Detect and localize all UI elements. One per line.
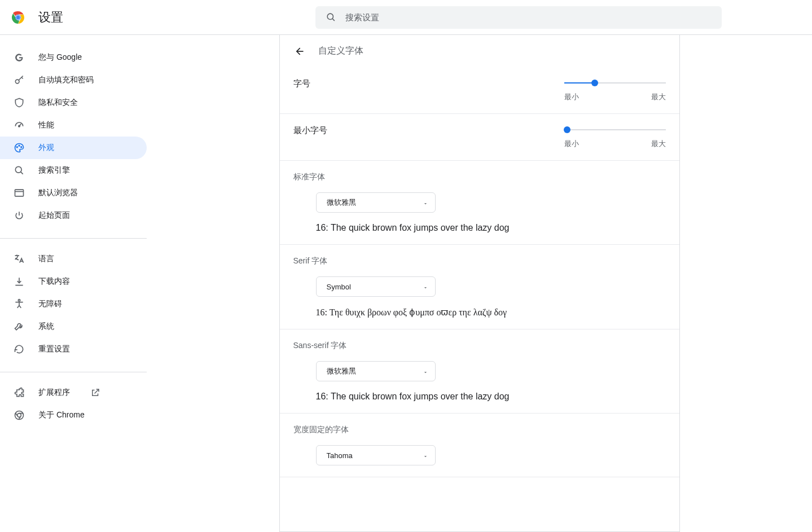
nav-divider bbox=[0, 238, 147, 239]
sidebar-item-speedometer[interactable]: 性能 bbox=[0, 114, 147, 137]
svg-line-12 bbox=[21, 172, 23, 174]
card-title: 自定义字体 bbox=[318, 45, 363, 57]
chevron-down-icon bbox=[423, 284, 428, 289]
sidebar-item-palette[interactable]: 外观 bbox=[0, 137, 147, 159]
puzzle-icon bbox=[14, 387, 25, 398]
sidebar-item-download[interactable]: 下载内容 bbox=[0, 270, 147, 293]
search-icon bbox=[14, 165, 25, 176]
sidebar-item-label: 隐私和安全 bbox=[38, 98, 78, 108]
font-sample: 16: The quick brown fox jumps over the l… bbox=[316, 223, 666, 233]
search-box[interactable] bbox=[315, 6, 722, 29]
sidebar-item-key[interactable]: 自动填充和密码 bbox=[0, 69, 147, 91]
font-select-value: Tahoma bbox=[327, 451, 353, 460]
external-link-icon bbox=[90, 388, 100, 398]
settings-card: 自定义字体 字号 最小 最大 最小字号 bbox=[279, 35, 680, 532]
min-font-size-slider[interactable]: 最小 最大 bbox=[564, 125, 666, 149]
font-section-label: 宽度固定的字体 bbox=[293, 425, 666, 435]
font-section: Serif 字体Symbol16: Τηε θυιχκ βροων φοξ ϕυ… bbox=[280, 245, 679, 329]
svg-rect-13 bbox=[15, 190, 24, 196]
svg-point-8 bbox=[16, 147, 17, 148]
app-header: 设置 bbox=[0, 0, 812, 35]
slider-thumb[interactable] bbox=[591, 80, 598, 86]
sidebar-item-wrench[interactable]: 系统 bbox=[0, 315, 147, 338]
sidebar-item-accessibility[interactable]: 无障碍 bbox=[0, 293, 147, 315]
chevron-down-icon bbox=[423, 368, 428, 374]
slider-min-label: 最小 bbox=[564, 92, 579, 102]
svg-point-9 bbox=[19, 145, 20, 146]
sidebar-item-label: 重置设置 bbox=[38, 344, 70, 354]
svg-point-15 bbox=[18, 300, 20, 301]
nav-divider bbox=[0, 372, 147, 372]
card-header: 自定义字体 bbox=[280, 35, 679, 67]
font-size-label: 字号 bbox=[293, 78, 310, 89]
slider-thumb[interactable] bbox=[564, 126, 570, 133]
svg-point-4 bbox=[327, 14, 333, 19]
sidebar-item-label: 关于 Chrome bbox=[38, 410, 85, 420]
sidebar-item-label: 您与 Google bbox=[38, 52, 82, 63]
chrome-logo-icon bbox=[11, 11, 25, 24]
sidebar-item-g[interactable]: 您与 Google bbox=[0, 46, 147, 69]
back-arrow-icon[interactable] bbox=[293, 46, 305, 57]
sidebar-item-label: 扩展程序 bbox=[38, 388, 70, 398]
font-select-value: 微软雅黑 bbox=[327, 366, 356, 376]
download-icon bbox=[14, 276, 25, 287]
svg-point-3 bbox=[16, 15, 20, 19]
translate-icon bbox=[14, 253, 25, 265]
sidebar-item-label: 系统 bbox=[38, 322, 54, 332]
font-section-label: 标准字体 bbox=[293, 172, 666, 182]
sidebar-item-reset[interactable]: 重置设置 bbox=[0, 338, 147, 360]
sidebar-item-label: 搜索引擎 bbox=[38, 165, 70, 175]
font-section: Sans-serif 字体微软雅黑16: The quick brown fox… bbox=[280, 329, 679, 414]
font-section-label: Sans-serif 字体 bbox=[293, 341, 666, 351]
slider-max-label: 最大 bbox=[651, 92, 666, 102]
sidebar: 您与 Google自动填充和密码隐私和安全性能外观搜索引擎默认浏览器起始页面语言… bbox=[0, 35, 147, 532]
sidebar-item-power[interactable]: 起始页面 bbox=[0, 204, 147, 227]
sidebar-item-puzzle[interactable]: 扩展程序 bbox=[0, 381, 147, 404]
slider-max-label: 最大 bbox=[651, 139, 666, 149]
font-select[interactable]: 微软雅黑 bbox=[316, 192, 436, 213]
svg-point-6 bbox=[15, 80, 19, 83]
search-icon bbox=[326, 12, 336, 23]
font-select[interactable]: Tahoma bbox=[316, 445, 436, 465]
sidebar-item-label: 下载内容 bbox=[38, 276, 70, 287]
palette-icon bbox=[14, 142, 25, 153]
sidebar-item-label: 语言 bbox=[38, 254, 54, 264]
page-title: 设置 bbox=[38, 9, 63, 26]
chevron-down-icon bbox=[423, 452, 428, 458]
font-size-row: 字号 最小 最大 bbox=[280, 67, 679, 114]
sidebar-item-translate[interactable]: 语言 bbox=[0, 248, 147, 270]
sidebar-item-chrome[interactable]: 关于 Chrome bbox=[0, 404, 147, 427]
font-select-value: 微软雅黑 bbox=[327, 197, 356, 208]
search-input[interactable] bbox=[345, 12, 712, 22]
wrench-icon bbox=[14, 321, 25, 332]
key-icon bbox=[14, 74, 25, 86]
font-sample: 16: Τηε θυιχκ βροων φοξ ϕυμπσ οϖερ τηε λ… bbox=[316, 307, 666, 318]
sidebar-item-label: 无障碍 bbox=[38, 299, 62, 309]
font-select[interactable]: Symbol bbox=[316, 276, 436, 297]
sidebar-item-search[interactable]: 搜索引擎 bbox=[0, 159, 147, 182]
font-select[interactable]: 微软雅黑 bbox=[316, 361, 436, 381]
sidebar-item-label: 自动填充和密码 bbox=[38, 75, 94, 85]
chrome-icon bbox=[14, 410, 25, 421]
font-select-value: Symbol bbox=[327, 283, 351, 291]
svg-point-10 bbox=[21, 147, 22, 148]
accessibility-icon bbox=[14, 298, 25, 310]
font-section-label: Serif 字体 bbox=[293, 256, 666, 266]
sidebar-item-label: 性能 bbox=[38, 120, 54, 130]
sidebar-item-window[interactable]: 默认浏览器 bbox=[0, 182, 147, 204]
sidebar-item-shield[interactable]: 隐私和安全 bbox=[0, 91, 147, 114]
chevron-down-icon bbox=[423, 200, 428, 205]
min-font-size-row: 最小字号 最小 最大 bbox=[280, 114, 679, 161]
font-sample: 16: The quick brown fox jumps over the l… bbox=[316, 392, 666, 402]
svg-point-11 bbox=[15, 166, 21, 173]
slider-min-label: 最小 bbox=[564, 139, 579, 149]
svg-line-5 bbox=[332, 19, 335, 21]
window-icon bbox=[14, 187, 25, 199]
min-font-size-label: 最小字号 bbox=[293, 125, 327, 136]
shield-icon bbox=[14, 97, 25, 108]
font-size-slider[interactable]: 最小 最大 bbox=[564, 78, 666, 102]
sidebar-item-label: 默认浏览器 bbox=[38, 188, 78, 198]
reset-icon bbox=[14, 344, 25, 355]
sidebar-item-label: 起始页面 bbox=[38, 210, 70, 221]
power-icon bbox=[14, 210, 25, 221]
